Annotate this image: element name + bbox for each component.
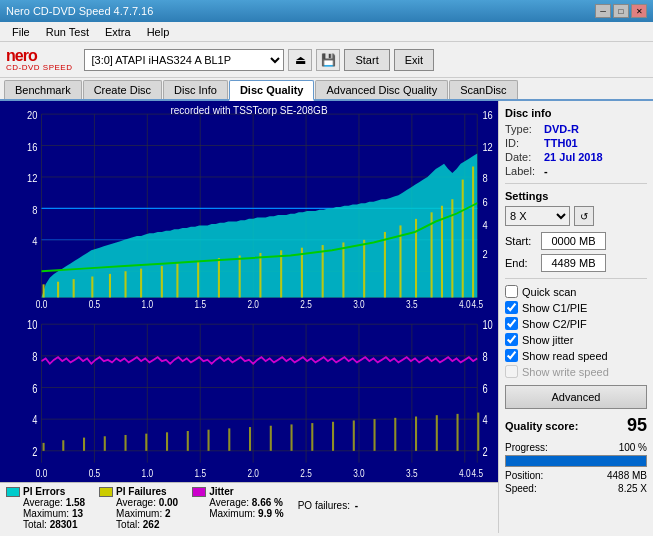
svg-text:4: 4 bbox=[32, 413, 37, 426]
progress-bar bbox=[505, 455, 647, 467]
tab-scandisc[interactable]: ScanDisc bbox=[449, 80, 517, 99]
svg-text:4.0: 4.0 bbox=[459, 467, 471, 479]
pi-errors-color bbox=[6, 487, 20, 497]
svg-rect-37 bbox=[384, 232, 386, 297]
svg-rect-21 bbox=[73, 279, 75, 297]
show-c1pie-checkbox[interactable] bbox=[505, 301, 518, 314]
quality-score-label: Quality score: bbox=[505, 420, 578, 432]
tab-benchmark[interactable]: Benchmark bbox=[4, 80, 82, 99]
tabs-bar: Benchmark Create Disc Disc Info Disc Qua… bbox=[0, 78, 653, 101]
toolbar: nero CD-DVD SPEED [3:0] ATAPI iHAS324 A … bbox=[0, 42, 653, 78]
svg-rect-91 bbox=[249, 427, 251, 451]
disc-id-val: TTH01 bbox=[544, 137, 578, 149]
svg-rect-95 bbox=[332, 421, 334, 450]
svg-rect-24 bbox=[125, 271, 127, 297]
speed-select[interactable]: 8 X bbox=[505, 206, 570, 226]
menu-runtest[interactable]: Run Test bbox=[38, 24, 97, 40]
jitter-stat: Jitter Average: 8.66 % Maximum: 9.9 % bbox=[192, 486, 283, 519]
svg-text:0.0: 0.0 bbox=[36, 298, 48, 310]
svg-rect-29 bbox=[218, 258, 220, 297]
show-c2pif-checkbox[interactable] bbox=[505, 317, 518, 330]
svg-text:16: 16 bbox=[27, 140, 37, 153]
svg-text:2: 2 bbox=[482, 247, 487, 260]
svg-rect-81 bbox=[43, 442, 45, 450]
svg-rect-85 bbox=[125, 435, 127, 451]
tab-disc-quality[interactable]: Disc Quality bbox=[229, 80, 315, 101]
menu-bar: File Run Test Extra Help bbox=[0, 22, 653, 42]
start-label: Start: bbox=[505, 235, 537, 247]
disc-info-title: Disc info bbox=[505, 107, 647, 119]
position-value: 4488 MB bbox=[607, 470, 647, 481]
show-c2pif-row: Show C2/PIF bbox=[505, 317, 647, 330]
quality-score-value: 95 bbox=[627, 415, 647, 436]
svg-text:8: 8 bbox=[482, 350, 487, 363]
disc-id-key: ID: bbox=[505, 137, 540, 149]
end-input[interactable] bbox=[541, 254, 606, 272]
svg-text:2.5: 2.5 bbox=[300, 467, 312, 479]
show-jitter-checkbox[interactable] bbox=[505, 333, 518, 346]
svg-text:2: 2 bbox=[482, 444, 487, 457]
svg-text:10: 10 bbox=[482, 318, 492, 331]
progress-bar-fill bbox=[506, 456, 646, 466]
end-label: End: bbox=[505, 257, 537, 269]
pi-failures-color bbox=[99, 487, 113, 497]
show-write-speed-label: Show write speed bbox=[522, 366, 609, 378]
divider-1 bbox=[505, 183, 647, 184]
show-write-speed-checkbox[interactable] bbox=[505, 365, 518, 378]
refresh-button[interactable]: ↺ bbox=[574, 206, 594, 226]
pi-failures-avg: 0.00 bbox=[159, 497, 178, 508]
svg-text:1.0: 1.0 bbox=[142, 467, 154, 479]
minimize-button[interactable]: ─ bbox=[595, 4, 611, 18]
svg-rect-86 bbox=[145, 433, 147, 450]
start-input[interactable] bbox=[541, 232, 606, 250]
svg-text:1.5: 1.5 bbox=[194, 467, 206, 479]
svg-text:3.0: 3.0 bbox=[353, 467, 365, 479]
progress-label: Progress: bbox=[505, 442, 548, 453]
tab-create-disc[interactable]: Create Disc bbox=[83, 80, 162, 99]
svg-rect-32 bbox=[280, 250, 282, 297]
top-chart: 20 16 12 8 4 16 12 8 6 4 2 0.0 0.5 1.0 1… bbox=[0, 101, 498, 311]
svg-rect-34 bbox=[322, 245, 324, 297]
svg-rect-89 bbox=[208, 429, 210, 450]
tab-disc-info[interactable]: Disc Info bbox=[163, 80, 228, 99]
svg-text:2.0: 2.0 bbox=[247, 467, 259, 479]
svg-rect-92 bbox=[270, 425, 272, 450]
pi-errors-avg: 1.58 bbox=[66, 497, 85, 508]
svg-rect-98 bbox=[394, 417, 396, 450]
po-failures-value: - bbox=[355, 500, 358, 511]
pi-failures-stat: PI Failures Average: 0.00 Maximum: 2 Tot… bbox=[99, 486, 178, 530]
menu-file[interactable]: File bbox=[4, 24, 38, 40]
advanced-button[interactable]: Advanced bbox=[505, 385, 647, 409]
nero-product-text: CD-DVD SPEED bbox=[6, 64, 72, 72]
svg-text:2.0: 2.0 bbox=[247, 298, 259, 310]
exit-button[interactable]: Exit bbox=[394, 49, 434, 71]
quick-scan-checkbox[interactable] bbox=[505, 285, 518, 298]
svg-rect-23 bbox=[109, 274, 111, 298]
pi-errors-label: PI Errors bbox=[23, 486, 85, 497]
svg-text:4.5: 4.5 bbox=[471, 467, 483, 479]
start-button[interactable]: Start bbox=[344, 49, 389, 71]
svg-rect-90 bbox=[228, 428, 230, 450]
show-read-speed-checkbox[interactable] bbox=[505, 349, 518, 362]
show-c1pie-label: Show C1/PIE bbox=[522, 302, 587, 314]
svg-rect-84 bbox=[104, 436, 106, 451]
svg-text:0.5: 0.5 bbox=[89, 467, 101, 479]
svg-text:0.5: 0.5 bbox=[89, 298, 101, 310]
svg-text:2.5: 2.5 bbox=[300, 298, 312, 310]
quick-scan-label: Quick scan bbox=[522, 286, 576, 298]
drive-select[interactable]: [3:0] ATAPI iHAS324 A BL1P bbox=[84, 49, 284, 71]
speed-value: 8.25 X bbox=[618, 483, 647, 494]
eject-button[interactable]: ⏏ bbox=[288, 49, 312, 71]
maximize-button[interactable]: □ bbox=[613, 4, 629, 18]
show-read-speed-label: Show read speed bbox=[522, 350, 608, 362]
svg-text:20: 20 bbox=[27, 108, 37, 121]
menu-help[interactable]: Help bbox=[139, 24, 178, 40]
settings-title: Settings bbox=[505, 190, 647, 202]
save-button[interactable]: 💾 bbox=[316, 49, 340, 71]
pi-errors-total: 28301 bbox=[50, 519, 78, 530]
close-button[interactable]: ✕ bbox=[631, 4, 647, 18]
menu-extra[interactable]: Extra bbox=[97, 24, 139, 40]
show-jitter-label: Show jitter bbox=[522, 334, 573, 346]
tab-advanced-disc-quality[interactable]: Advanced Disc Quality bbox=[315, 80, 448, 99]
svg-rect-101 bbox=[457, 413, 459, 450]
